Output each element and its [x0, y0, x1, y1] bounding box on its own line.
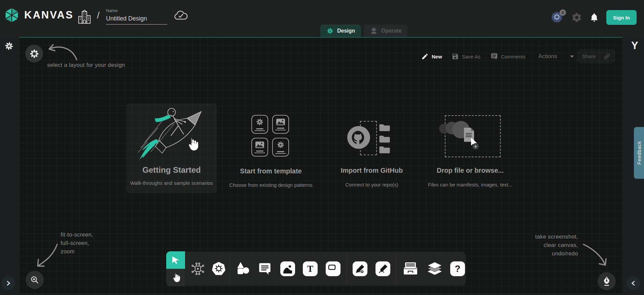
- select-cursor-icon: [171, 256, 180, 264]
- card-drop-file[interactable]: + Drop file or browse... Files can be ma…: [431, 114, 510, 192]
- kanvas-hexagon-icon: [4, 7, 20, 23]
- collapse-right-panel-button[interactable]: [627, 277, 640, 290]
- repo-folder-icon: [379, 123, 390, 132]
- meshery-spiral-icon[interactable]: [4, 41, 14, 51]
- layout-hint-arrow: [40, 39, 84, 66]
- share-button[interactable]: Share: [577, 49, 615, 64]
- tab-operate[interactable]: Operate: [364, 25, 407, 37]
- design-name-input[interactable]: [106, 14, 167, 25]
- share-label: Share: [582, 53, 596, 59]
- save-as-label: Save As: [462, 54, 480, 59]
- toolbar-divider: [396, 254, 397, 284]
- breadcrumb-separator: /: [97, 10, 100, 21]
- image-icon: [276, 118, 285, 126]
- layout-selector-button[interactable]: [25, 45, 43, 62]
- bottom-toolbar: T: [185, 252, 466, 286]
- text-tool-glyph: T: [307, 264, 313, 274]
- feedback-label: Feedback: [636, 141, 642, 165]
- feedback-tab[interactable]: Feedback: [634, 127, 644, 179]
- sketch-pencil-tool[interactable]: [375, 261, 391, 277]
- screenshot-hint-arrow: [579, 240, 613, 272]
- design-name-label: Name: [106, 8, 167, 13]
- chevron-down-icon: [570, 55, 574, 58]
- sign-in-button[interactable]: Sign In: [606, 10, 637, 25]
- help-tool[interactable]: ?: [450, 261, 465, 277]
- select-tool-button[interactable]: [166, 251, 185, 269]
- frame-tool[interactable]: [325, 261, 341, 277]
- tab-design[interactable]: Design: [320, 25, 361, 37]
- card-start-from-template[interactable]: Start from template Choose from existing…: [232, 114, 310, 192]
- actions-dropdown[interactable]: Actions: [538, 50, 574, 62]
- image-tool[interactable]: [280, 261, 295, 277]
- comment-tool[interactable]: [257, 261, 273, 277]
- shapes-tool[interactable]: [235, 261, 251, 277]
- hand-cursor: [186, 137, 198, 151]
- new-label: New: [432, 54, 442, 59]
- operator-headset-icon: [370, 27, 378, 35]
- card-title: Import from GitHub: [331, 167, 412, 174]
- card-import-from-github[interactable]: Import from GitHub Connect to your repo(…: [331, 114, 412, 192]
- magnifier-plus-icon: [30, 275, 39, 285]
- cursor-tool-stack: [166, 251, 185, 286]
- organization-icon[interactable]: [77, 9, 92, 26]
- settings-gear-icon[interactable]: [571, 12, 582, 23]
- card-subtitle: Choose from existing design patterns: [224, 182, 317, 188]
- save-status-cloud-icon[interactable]: [174, 10, 188, 21]
- pan-tool-button[interactable]: [166, 269, 185, 286]
- kubernetes-tool[interactable]: [211, 261, 226, 277]
- drawer-tool[interactable]: [403, 261, 418, 277]
- spiral-icon: [276, 140, 285, 149]
- zoom-hint-text: fit-to-screen, full-screen, zoom: [61, 230, 93, 256]
- layers-tool[interactable]: [427, 261, 442, 277]
- tab-design-label: Design: [337, 28, 355, 34]
- pen-nib-button[interactable]: [598, 272, 616, 290]
- header-actions: 0 Sign In: [550, 10, 637, 25]
- template-thumbnails: [251, 115, 291, 157]
- layout-flower-icon: [30, 49, 39, 58]
- card-getting-started[interactable]: Getting Started Walk-throughs and sample…: [126, 103, 217, 193]
- card-title: Getting Started: [126, 165, 217, 175]
- repo-folder-icon: [379, 134, 390, 143]
- toolbar-divider: [347, 254, 347, 284]
- pen-path-tool[interactable]: [352, 261, 368, 277]
- toolbar-divider: [230, 254, 230, 284]
- card-title: Drop file or browse...: [431, 167, 510, 174]
- component-circuit-tool[interactable]: [190, 261, 206, 277]
- github-logo-icon: [347, 126, 370, 149]
- card-title: Start from template: [232, 167, 310, 175]
- brand-logo[interactable]: KANVAS: [4, 7, 74, 23]
- new-design-button[interactable]: New: [421, 50, 442, 62]
- tab-operate-label: Operate: [381, 28, 401, 34]
- expand-left-panel-button[interactable]: [2, 277, 15, 290]
- text-tool[interactable]: T: [302, 261, 318, 277]
- template-tile: [251, 138, 268, 157]
- notifications-bell-icon[interactable]: [589, 12, 599, 23]
- app-header: KANVAS / Name: [0, 0, 644, 37]
- comments-bubble-icon: [491, 53, 498, 60]
- design-name-block: Name: [106, 8, 167, 25]
- new-pencil-icon: [421, 53, 429, 60]
- save-as-button[interactable]: Save As: [452, 50, 480, 62]
- card-subtitle: Walk-throughs and sample scenarios: [126, 180, 217, 186]
- design-spiral-icon: [326, 27, 334, 35]
- comments-button[interactable]: Comments: [491, 50, 526, 62]
- plus-badge: +: [472, 143, 479, 150]
- layer5-y-logo: Y: [631, 40, 638, 52]
- zoom-button[interactable]: [26, 271, 44, 289]
- template-tile: [272, 138, 289, 157]
- card-subtitle: Connect to your repo(s): [323, 182, 420, 187]
- getting-started-illustration: [131, 105, 212, 165]
- comments-label: Comments: [501, 54, 526, 59]
- template-tile: [251, 115, 268, 134]
- actions-label: Actions: [538, 53, 557, 60]
- brand-name: KANVAS: [24, 9, 74, 21]
- pan-hand-icon: [171, 272, 180, 283]
- share-link-icon: [604, 53, 610, 60]
- image-icon: [255, 141, 264, 149]
- template-tile: [272, 115, 289, 134]
- context-count-badge: 0: [560, 9, 566, 16]
- kubernetes-context-switcher[interactable]: 0: [550, 11, 564, 24]
- save-floppy-icon: [452, 53, 459, 60]
- card-subtitle: Files can be manifests, images, text...: [423, 182, 518, 187]
- help-glyph: ?: [455, 264, 461, 274]
